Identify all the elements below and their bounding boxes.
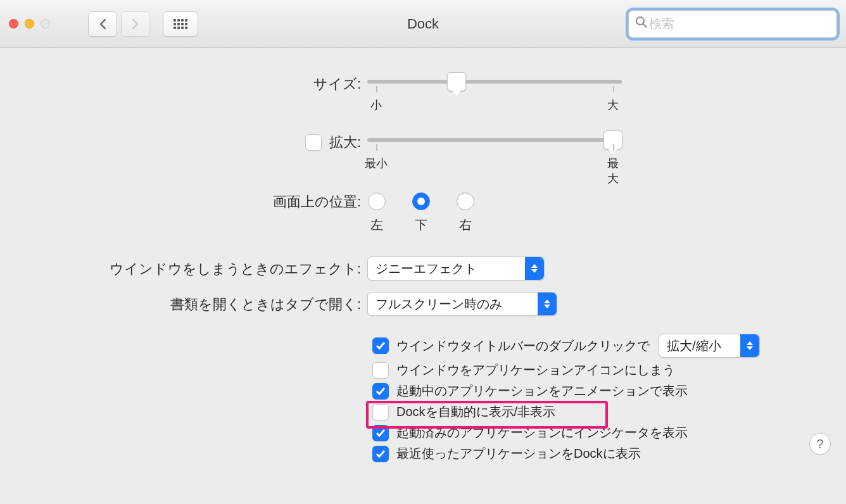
minimize-window-button[interactable] (25, 19, 34, 28)
animate-opening-row: 起動中のアプリケーションをアニメーションで表示 (0, 382, 846, 400)
size-row: サイズ: 小 大 (0, 73, 846, 98)
show-indicators-checkbox[interactable] (372, 425, 389, 441)
svg-point-0 (636, 17, 644, 25)
help-button[interactable]: ? (809, 433, 831, 455)
show-recent-apps-row: 最近使ったアプリケーションをDockに表示 (0, 445, 846, 462)
minimize-effect-label: ウインドウをしまうときのエフェクト: (0, 258, 367, 279)
window-controls (9, 19, 50, 28)
magnification-min-label: 最小 (365, 156, 388, 171)
autohide-dock-checkbox[interactable] (372, 404, 389, 420)
chevron-right-icon (131, 18, 140, 30)
doubleclick-action-select[interactable]: 拡大/縮小 (659, 334, 760, 358)
open-in-tabs-row: 書類を開くときはタブで開く: フルスクリーン時のみ (0, 292, 846, 316)
show-recent-apps-checkbox[interactable] (372, 446, 389, 462)
magnification-checkbox[interactable] (305, 134, 322, 151)
minimize-into-icon-label: ウインドウをアプリケーションアイコンにしまう (396, 362, 675, 379)
open-in-tabs-value: フルスクリーン時のみ (376, 296, 525, 313)
minimize-effect-row: ウインドウをしまうときのエフェクト: ジニーエフェクト (0, 256, 846, 280)
autohide-dock-label: Dockを自動的に表示/非表示 (396, 403, 555, 420)
autohide-dock-row: Dockを自動的に表示/非表示 (0, 403, 846, 420)
position-radio-left[interactable]: 左 (367, 192, 386, 234)
search-input[interactable] (649, 16, 830, 31)
chevron-left-icon (98, 18, 107, 30)
doubleclick-titlebar-label: ウインドウタイトルバーのダブルクリックで (396, 337, 650, 355)
forward-button[interactable] (121, 11, 150, 37)
nav-buttons (88, 11, 150, 37)
doubleclick-titlebar-row: ウインドウタイトルバーのダブルクリックで 拡大/縮小 (0, 334, 846, 358)
open-in-tabs-select[interactable]: フルスクリーン時のみ (367, 292, 557, 316)
position-radio-bottom[interactable]: 下 (412, 192, 431, 234)
minimize-effect-value: ジニーエフェクト (376, 260, 500, 277)
svg-line-1 (643, 24, 647, 27)
size-slider-thumb[interactable] (447, 72, 466, 91)
select-arrows-icon (525, 257, 544, 280)
magnification-max-label: 最大 (607, 156, 619, 186)
minimize-into-icon-checkbox[interactable] (372, 362, 389, 379)
radio-icon (457, 192, 474, 210)
maximize-window-button (41, 19, 50, 28)
open-in-tabs-label: 書類を開くときはタブで開く: (0, 294, 367, 314)
titlebar: Dock (0, 0, 846, 48)
position-radio-right[interactable]: 右 (456, 192, 475, 234)
select-arrows-icon (740, 334, 759, 357)
show-all-button[interactable] (163, 11, 198, 37)
minimize-into-icon-row: ウインドウをアプリケーションアイコンにしまう (0, 362, 846, 379)
magnification-slider[interactable] (367, 138, 622, 142)
show-indicators-label: 起動済みのアプリケーションにインジケータを表示 (396, 424, 688, 441)
back-button[interactable] (88, 11, 117, 37)
position-radio-label: 下 (415, 217, 427, 234)
size-slider[interactable] (367, 80, 622, 84)
position-row: 画面上の位置: 左下右 (0, 190, 846, 234)
size-label: サイズ: (0, 73, 367, 94)
magnification-label: 拡大: (329, 133, 361, 152)
radio-icon (412, 192, 430, 210)
position-label: 画面上の位置: (0, 190, 367, 211)
help-icon: ? (816, 437, 823, 451)
window-title: Dock (407, 16, 439, 32)
search-icon (635, 16, 648, 32)
animate-opening-label: 起動中のアプリケーションをアニメーションで表示 (396, 382, 688, 400)
search-field[interactable] (628, 10, 837, 38)
doubleclick-action-value: 拡大/縮小 (667, 337, 744, 355)
minimize-effect-select[interactable]: ジニーエフェクト (367, 256, 545, 280)
show-recent-apps-label: 最近使ったアプリケーションをDockに表示 (396, 445, 641, 462)
position-radio-label: 右 (459, 217, 472, 234)
magnification-row: 拡大: 最小 最大 (0, 132, 846, 156)
show-indicators-row: 起動済みのアプリケーションにインジケータを表示 (0, 424, 846, 441)
size-min-label: 小 (370, 98, 382, 113)
position-radio-label: 左 (370, 217, 383, 234)
animate-opening-checkbox[interactable] (372, 383, 389, 400)
radio-icon (368, 192, 386, 210)
dock-preferences-pane: サイズ: 小 大 拡大: (0, 48, 846, 462)
grid-icon (174, 19, 187, 29)
close-window-button[interactable] (9, 19, 18, 28)
doubleclick-titlebar-checkbox[interactable] (372, 337, 389, 354)
size-max-label: 大 (607, 98, 619, 113)
select-arrows-icon (538, 293, 557, 315)
